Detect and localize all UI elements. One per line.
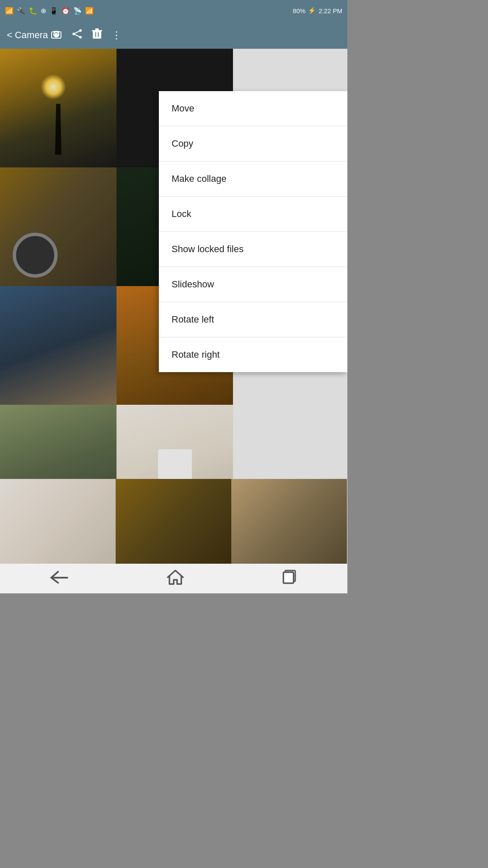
time-display: 2:22 PM — [319, 7, 342, 14]
svg-rect-15 — [283, 572, 294, 583]
battery-percent: 80% — [293, 7, 305, 14]
main-content: DSCN2163 JPG File 4.97 MB DSCN2165 JPG F… — [0, 49, 347, 564]
menu-item-show-locked-files[interactable]: Show locked files — [159, 232, 347, 267]
home-nav-button[interactable] — [167, 570, 184, 588]
menu-item-move[interactable]: Move — [159, 91, 347, 126]
svg-rect-8 — [93, 31, 101, 39]
usb-icon: 🔌 — [17, 7, 25, 15]
more-options-button[interactable]: ⋮ — [111, 29, 122, 41]
menu-item-rotate-right[interactable]: Rotate right — [159, 337, 347, 372]
signal-icon: 📶 — [85, 7, 94, 15]
back-button[interactable]: < Camera — [7, 30, 48, 41]
toolbar: < Camera — [0, 21, 347, 49]
svg-rect-10 — [98, 32, 99, 37]
svg-point-2 — [55, 33, 58, 36]
status-right: 80% ⚡ 2:22 PM — [293, 7, 342, 14]
nav-bar — [0, 564, 347, 593]
svg-rect-12 — [95, 28, 99, 31]
share-button[interactable] — [72, 29, 83, 42]
phone-icon: 📱 — [50, 7, 58, 15]
bug-icon: 🐛 — [29, 7, 37, 15]
toolbar-actions: ⋮ — [50, 28, 122, 42]
status-bar: 📶 🔌 🐛 ⊕ 📱 ⏰ 📡 📶 80% ⚡ 2:22 PM — [0, 0, 347, 21]
back-nav-button[interactable] — [50, 571, 68, 587]
recents-nav-button[interactable] — [283, 570, 298, 588]
svg-line-7 — [74, 34, 80, 37]
svg-rect-9 — [95, 32, 96, 37]
context-menu: MoveCopyMake collageLockShow locked file… — [159, 91, 347, 372]
camera-button[interactable] — [50, 29, 62, 42]
alarm-icon: ⏰ — [61, 7, 70, 15]
menu-item-slideshow[interactable]: Slideshow — [159, 267, 347, 302]
bluetooth-icon: ⊕ — [41, 7, 46, 15]
menu-item-copy[interactable]: Copy — [159, 126, 347, 161]
wifi-icon: 📡 — [73, 7, 82, 15]
svg-line-6 — [74, 31, 80, 34]
status-icons-left: 📶 🔌 🐛 ⊕ 📱 ⏰ 📡 📶 — [5, 7, 94, 15]
wifi-status-icon: 📶 — [5, 7, 14, 15]
menu-item-make-collage[interactable]: Make collage — [159, 161, 347, 197]
menu-item-lock[interactable]: Lock — [159, 197, 347, 232]
delete-button[interactable] — [92, 28, 102, 42]
battery-icon: ⚡ — [308, 7, 316, 14]
menu-item-rotate-left[interactable]: Rotate left — [159, 302, 347, 337]
